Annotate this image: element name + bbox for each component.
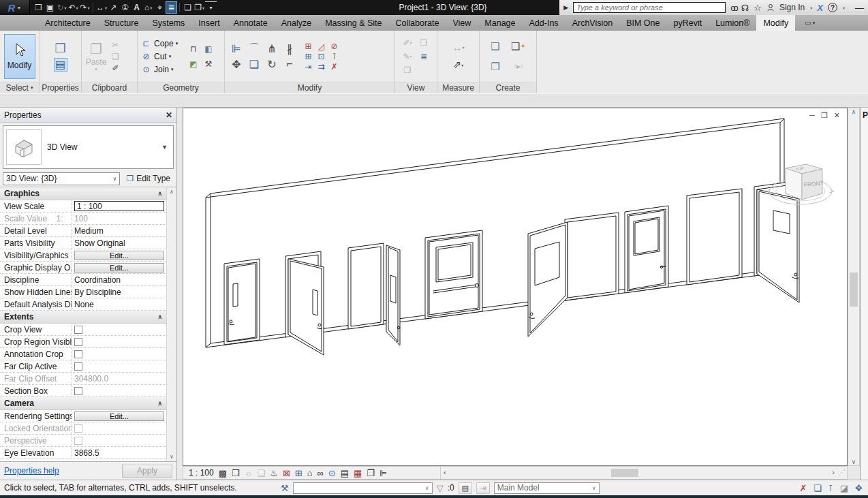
properties-palette-titlebar[interactable]: Properties ✕ bbox=[0, 108, 176, 123]
align-icon[interactable]: ⊫ bbox=[228, 41, 245, 57]
search-input[interactable] bbox=[573, 2, 726, 13]
split-with-gap-icon[interactable]: ∦ bbox=[281, 41, 298, 57]
panel-label-select[interactable]: Select▾ bbox=[0, 82, 39, 93]
panel-label-properties[interactable]: Properties bbox=[40, 82, 81, 93]
save-icon[interactable]: ▣ bbox=[44, 1, 56, 14]
favorites-star-icon[interactable]: ☆ bbox=[754, 3, 762, 13]
panel-label-geometry[interactable]: Geometry bbox=[138, 82, 224, 93]
match-type-properties-icon[interactable]: ✐ bbox=[110, 63, 121, 73]
scroll-right-icon[interactable]: › bbox=[832, 468, 835, 476]
communication-center-icon[interactable]: ☊ bbox=[741, 3, 749, 13]
filter-icon[interactable]: ▽ bbox=[437, 483, 444, 493]
section-camera[interactable]: Camera∧ bbox=[0, 397, 166, 410]
tab-manage[interactable]: Manage bbox=[478, 15, 522, 31]
parts-visibility-value[interactable]: Show Original bbox=[72, 237, 166, 249]
project-browser-sliver[interactable]: P bbox=[860, 108, 868, 480]
paint-icon[interactable]: ◧ bbox=[201, 42, 216, 57]
paste-button[interactable]: ❐ Paste ▾ bbox=[84, 41, 108, 72]
sign-in-button[interactable]: Sign In bbox=[779, 3, 805, 12]
collapse-icon[interactable]: ∧ bbox=[157, 400, 162, 407]
rotate-icon[interactable]: ↻ bbox=[263, 57, 281, 72]
trim-extend-single-icon[interactable]: ⇥ bbox=[302, 61, 315, 72]
ribbon-display-toggle[interactable]: ▭▾ bbox=[805, 15, 815, 31]
scroll-down-icon[interactable]: ∨ bbox=[170, 454, 174, 460]
trim-extend-multiple-icon[interactable]: ⇉ bbox=[315, 61, 328, 72]
door-4[interactable] bbox=[425, 230, 482, 319]
array-icon[interactable]: ⊞ bbox=[302, 41, 315, 51]
join-button[interactable]: ⊙Join▾ bbox=[140, 64, 183, 75]
view-close-icon[interactable]: ✕ bbox=[834, 111, 840, 120]
reveal-constraints-icon[interactable]: ⊫ bbox=[379, 468, 387, 478]
search-icon[interactable]: oo bbox=[730, 3, 736, 13]
type-selector[interactable]: 3D View ▼ bbox=[3, 125, 174, 169]
far-clip-active-checkbox[interactable] bbox=[74, 362, 82, 371]
scrollbar-thumb[interactable] bbox=[850, 273, 858, 307]
pin-icon[interactable]: ⊺ bbox=[328, 51, 341, 61]
create-group-icon[interactable]: ❐ bbox=[484, 57, 507, 77]
drag-elements-on-selection-icon[interactable]: ✥ bbox=[855, 483, 863, 493]
tab-modify[interactable]: Modify bbox=[756, 15, 795, 31]
move-icon[interactable]: ✥ bbox=[228, 57, 245, 72]
override-graphics-icon[interactable]: ✐▾ bbox=[399, 36, 416, 50]
demolish-icon[interactable]: ⚒ bbox=[201, 57, 216, 72]
horizontal-scrollbar[interactable]: ‹ › ⋰ bbox=[440, 467, 847, 479]
default-3d-view-icon[interactable]: ⌂▾ bbox=[142, 1, 154, 14]
editable-only-icon[interactable]: ▤ bbox=[459, 482, 472, 494]
create-similar-icon[interactable]: ▫▸▫ bbox=[507, 57, 530, 77]
thin-lines-icon[interactable]: ≣ bbox=[166, 1, 177, 14]
select-links-icon[interactable]: ❏ bbox=[813, 483, 822, 493]
worksets-icon[interactable]: ⚒ bbox=[281, 483, 289, 493]
3d-scene[interactable]: TOP FRONT bbox=[183, 108, 847, 465]
apply-button[interactable]: Apply bbox=[122, 465, 172, 478]
shadows-icon[interactable]: ❏ bbox=[258, 468, 266, 478]
scroll-left-icon[interactable]: ‹ bbox=[444, 468, 446, 476]
panel-label-modify[interactable]: Modify bbox=[225, 82, 394, 93]
panel-label-view[interactable]: View bbox=[395, 82, 437, 93]
collapse-icon[interactable]: ∧ bbox=[157, 313, 162, 320]
visibility-graphics-edit-button[interactable]: Edit... bbox=[74, 251, 164, 260]
displace-icon[interactable]: ⊡ bbox=[315, 51, 328, 61]
scroll-up-icon[interactable]: ∧ bbox=[170, 189, 174, 195]
panel-label-clipboard[interactable]: Clipboard bbox=[82, 82, 137, 93]
search-expand-icon[interactable]: ▶ bbox=[563, 4, 568, 11]
crop-region-visible-checkbox[interactable] bbox=[74, 338, 82, 346]
tab-view[interactable]: View bbox=[446, 15, 478, 31]
help-icon[interactable]: ? bbox=[828, 3, 837, 12]
delete-icon[interactable]: ✗ bbox=[328, 61, 341, 72]
tab-systems[interactable]: Systems bbox=[145, 15, 191, 31]
vertical-scrollbar[interactable]: ∧ ∨ bbox=[848, 108, 860, 466]
split-face-icon[interactable]: ◩ bbox=[186, 57, 201, 72]
section-icon[interactable]: ⌖ bbox=[154, 1, 166, 14]
tab-bim-one[interactable]: BIM One bbox=[619, 15, 666, 31]
close-icon[interactable]: ✕ bbox=[166, 110, 172, 120]
measure-between-references-icon[interactable]: ↔▾ bbox=[451, 41, 465, 54]
help-chevron-icon[interactable]: ▾ bbox=[843, 5, 845, 10]
section-graphics[interactable]: Graphics∧ bbox=[0, 187, 166, 200]
trim-extend-corner-icon[interactable]: ⌐ bbox=[281, 57, 298, 72]
door-5[interactable] bbox=[528, 213, 619, 337]
instance-selector-combo[interactable]: 3D View: {3D} ∨ bbox=[3, 172, 120, 185]
unpin-icon[interactable]: ⊘ bbox=[328, 41, 341, 51]
tab-annotate[interactable]: Annotate bbox=[227, 15, 275, 31]
unlocked-3d-view-icon[interactable]: ⌂ bbox=[307, 468, 313, 478]
mirror-pick-axis-icon[interactable]: ⊞ bbox=[302, 51, 315, 61]
view-restore-icon[interactable]: ❐ bbox=[821, 111, 828, 120]
door-1[interactable] bbox=[224, 259, 260, 345]
detail-level-icon[interactable]: ▩ bbox=[219, 468, 227, 478]
panel-label-measure[interactable]: Measure bbox=[437, 82, 479, 93]
panel-label-create[interactable]: Create bbox=[480, 82, 536, 93]
scroll-up-icon[interactable]: ∧ bbox=[852, 108, 856, 115]
tag-by-category-icon[interactable]: ① bbox=[119, 1, 131, 14]
tab-archvision[interactable]: ArchVision bbox=[565, 15, 620, 31]
application-menu-button[interactable]: R▼ bbox=[0, 0, 30, 15]
door-2[interactable] bbox=[285, 251, 324, 355]
design-option-combo[interactable]: Main Model ∨ bbox=[494, 482, 600, 494]
measure-icon[interactable]: ↔▾ bbox=[95, 1, 108, 14]
select-pinned-elements-icon[interactable]: ⊺ bbox=[828, 483, 833, 493]
tab-insert[interactable]: Insert bbox=[191, 15, 226, 31]
minimize-window-icon[interactable]: — bbox=[855, 3, 864, 13]
show-hidden-lines-value[interactable]: By Discipline bbox=[72, 286, 166, 298]
detail-level-value[interactable]: Medium bbox=[72, 225, 166, 236]
show-rendering-dialog-icon[interactable]: ♨ bbox=[270, 468, 278, 478]
cope-button[interactable]: ⊏Cope▾ bbox=[140, 38, 183, 49]
